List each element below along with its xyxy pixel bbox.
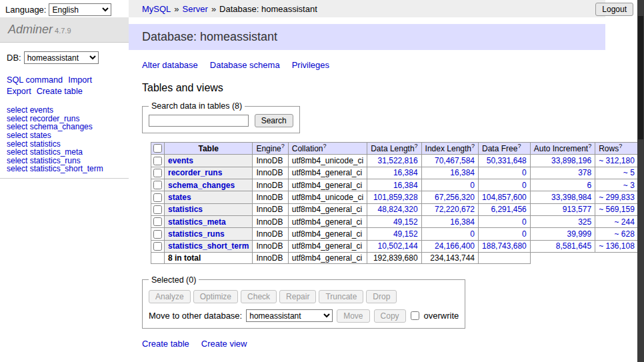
copy-button[interactable]: Copy: [374, 309, 406, 323]
row-checkbox[interactable]: [153, 242, 162, 251]
overwrite-checkbox[interactable]: [411, 311, 419, 320]
sidebar-table-link-statistics-meta[interactable]: select statistics_meta: [7, 148, 122, 157]
rows-value-link[interactable]: ~ 312,180: [599, 156, 635, 165]
auto-increment-value-link[interactable]: 8,581,645: [556, 241, 591, 251]
data-length-value-link[interactable]: 49,152: [393, 217, 418, 227]
data-length-value-link[interactable]: 48,824,320: [378, 205, 418, 214]
data-free-value-link[interactable]: 0: [522, 229, 527, 239]
data-free-value-link[interactable]: 188,743,680: [482, 241, 527, 251]
breadcrumb-server[interactable]: Server: [183, 4, 208, 14]
data-free-value-link[interactable]: 6,291,456: [491, 205, 526, 214]
move-button[interactable]: Move: [337, 309, 369, 323]
rows-value-link[interactable]: ~ 244: [615, 217, 635, 227]
data-length-value-link[interactable]: 49,152: [393, 229, 418, 239]
db-selector-row: DB:homeassistant: [0, 43, 129, 67]
row-checkbox[interactable]: [153, 157, 162, 165]
data-length-value-link[interactable]: 16,384: [393, 168, 418, 177]
index-length-value-link[interactable]: 0: [470, 229, 475, 239]
privileges-link[interactable]: Privileges: [292, 60, 329, 70]
index-length-value-link[interactable]: 72,220,672: [435, 205, 475, 214]
table-name-link-statistics[interactable]: statistics: [168, 205, 203, 214]
drop-button[interactable]: Drop: [366, 290, 397, 303]
column-header-data-free: Data Free?: [479, 143, 531, 155]
row-checkbox[interactable]: [153, 230, 162, 239]
auto-increment-value-link[interactable]: 33,398,984: [551, 193, 591, 202]
select-all-checkbox[interactable]: [153, 144, 162, 153]
sidebar-import-link[interactable]: Import: [68, 75, 92, 85]
collation-cell: utf8mb4_unicode_ci: [288, 155, 367, 167]
table-row: statistics_runsInnoDButf8mb4_general_ci4…: [151, 228, 644, 240]
row-checkbox[interactable]: [153, 217, 162, 226]
row-checkbox[interactable]: [153, 193, 162, 202]
row-checkbox[interactable]: [153, 169, 162, 177]
sidebar-table-link-states[interactable]: select states: [7, 131, 122, 140]
rows-value-link[interactable]: ~ 628: [615, 229, 635, 239]
table-name-link-statistics-short-term[interactable]: statistics_short_term: [168, 241, 249, 251]
scrollbar-thumb[interactable]: [638, 16, 643, 139]
data-free-value-link[interactable]: 0: [522, 217, 527, 227]
data-free-value-link[interactable]: 50,331,648: [487, 156, 527, 165]
totals-cell: 8 in total: [165, 252, 253, 263]
alter-database-link[interactable]: Alter database: [142, 60, 198, 70]
rows-value-link[interactable]: ~ 136,108: [599, 241, 635, 251]
breadcrumb-mysql[interactable]: MySQL: [142, 4, 171, 14]
move-db-select[interactable]: homeassistant: [246, 309, 333, 322]
breadcrumb: MySQL»Server»Database: homeassistant: [142, 4, 317, 14]
auto-increment-value-link[interactable]: 6: [587, 181, 591, 190]
analyze-button[interactable]: Analyze: [149, 290, 191, 303]
db-select[interactable]: homeassistant: [24, 51, 99, 64]
sidebar-create-table-link[interactable]: Create table: [37, 87, 83, 96]
index-length-value-link[interactable]: 67,256,320: [435, 193, 475, 202]
data-free-value-link[interactable]: 104,857,600: [482, 193, 527, 202]
data-length-value-link[interactable]: 31,522,816: [378, 156, 418, 165]
index-length-value-link[interactable]: 24,166,400: [435, 241, 475, 251]
totals-cell: [151, 252, 165, 263]
search-button[interactable]: Search: [255, 114, 293, 127]
create-table-link[interactable]: Create table: [142, 339, 189, 349]
table-name-link-statistics-runs[interactable]: statistics_runs: [168, 229, 225, 239]
truncate-button[interactable]: Truncate: [319, 290, 363, 303]
optimize-button[interactable]: Optimize: [193, 290, 238, 303]
sidebar-table-link-events[interactable]: select events: [7, 106, 122, 115]
data-length-value-link[interactable]: 10,502,144: [378, 241, 418, 251]
database-schema-link[interactable]: Database schema: [210, 60, 280, 70]
rows-value-link[interactable]: ~ 5: [623, 168, 635, 177]
data-length-value-link[interactable]: 16,384: [393, 181, 418, 190]
table-name-cell: schema_changes: [165, 179, 253, 191]
data-free-value-link[interactable]: 0: [522, 168, 527, 177]
rows-value-link[interactable]: ~ 3: [623, 181, 635, 190]
sidebar-export-link[interactable]: Export: [7, 87, 31, 96]
index-length-value-link[interactable]: 16,384: [450, 217, 475, 227]
data-length-value-link[interactable]: 101,859,328: [373, 193, 418, 202]
logout-button[interactable]: Logout: [595, 3, 633, 16]
row-checkbox[interactable]: [153, 181, 162, 189]
auto-increment-value-link[interactable]: 913,577: [563, 205, 591, 214]
auto-increment-value-link[interactable]: 33,898,196: [551, 156, 591, 165]
index-length-value-link[interactable]: 0: [470, 181, 475, 190]
scrollbar[interactable]: [637, 0, 644, 362]
repair-button[interactable]: Repair: [279, 290, 316, 303]
check-button[interactable]: Check: [241, 290, 277, 303]
sidebar-table-link-statistics-short-term[interactable]: select statistics_short_term: [7, 165, 122, 173]
auto-increment-value-link[interactable]: 325: [578, 217, 591, 227]
table-name-link-states[interactable]: states: [168, 193, 191, 202]
language-select[interactable]: English: [49, 3, 111, 16]
create-view-link[interactable]: Create view: [201, 339, 247, 349]
page-title: Database: homeassistant: [129, 24, 605, 50]
table-name-link-recorder-runs[interactable]: recorder_runs: [168, 168, 222, 177]
index-length-value-link[interactable]: 16,384: [450, 168, 475, 177]
sidebar-sql-command-link[interactable]: SQL command: [7, 75, 63, 85]
auto-increment-value-link[interactable]: 39,999: [567, 229, 591, 239]
auto-increment-value-link[interactable]: 378: [578, 168, 591, 177]
table-name-link-statistics-meta[interactable]: statistics_meta: [168, 217, 226, 227]
table-name-link-schema-changes[interactable]: schema_changes: [168, 181, 235, 190]
index-length-value-link[interactable]: 70,467,584: [435, 156, 475, 165]
rows-value-link[interactable]: ~ 569,159: [599, 205, 635, 214]
table-name-cell: statistics_short_term: [165, 240, 253, 252]
row-checkbox[interactable]: [153, 205, 162, 214]
auto-increment-cell: 8,581,645: [530, 240, 595, 252]
table-name-link-events[interactable]: events: [168, 156, 193, 165]
data-free-value-link[interactable]: 0: [522, 181, 527, 190]
rows-value-link[interactable]: ~ 299,833: [599, 193, 635, 202]
search-input[interactable]: [149, 115, 249, 127]
